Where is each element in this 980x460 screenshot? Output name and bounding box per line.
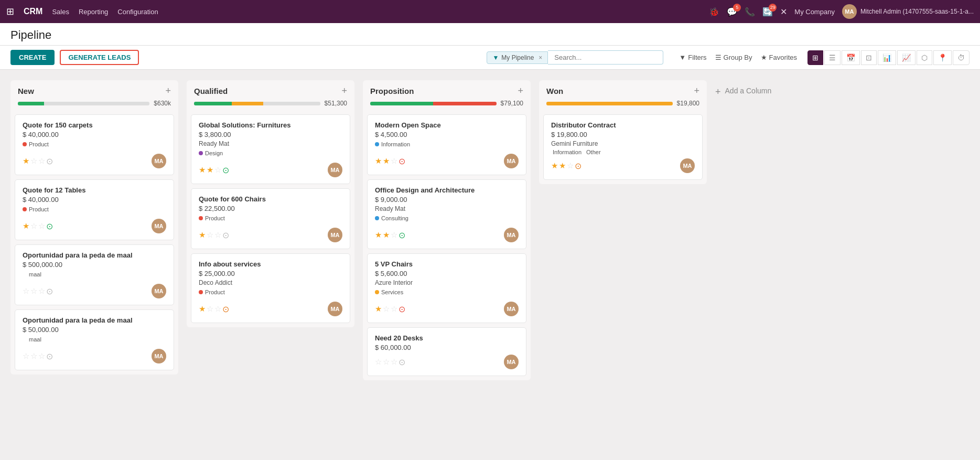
close-icon[interactable]: ✕: [780, 7, 787, 17]
view-kanban[interactable]: ⊞: [807, 50, 823, 65]
star-2: ☆: [207, 304, 213, 314]
card-amount: $ 9,000.00: [375, 196, 519, 204]
card-avatar: MA: [152, 349, 166, 363]
kanban-board: New + $630k Quote for 150 carpets $ 40,0…: [0, 70, 980, 451]
card-title: Quote for 150 carpets: [23, 121, 166, 129]
refresh-icon[interactable]: 🔄 29: [762, 7, 773, 17]
kanban-card[interactable]: Office Design and Architecture $ 9,000.0…: [367, 179, 526, 249]
star-1: ★: [375, 304, 382, 314]
kanban-card[interactable]: Oportunidad para la peda de maal $ 50,00…: [15, 309, 174, 370]
column-title-proposition: Proposition: [370, 87, 414, 95]
star-3: ☆: [391, 304, 397, 314]
view-list[interactable]: ☰: [824, 50, 841, 65]
tag-dot: [23, 142, 27, 146]
kanban-card[interactable]: Oportunidad para la peda de maal $ 500,0…: [15, 244, 174, 305]
user-name: Mitchell Admin (14707555-saas-15-1-a...: [860, 8, 974, 15]
star-1: ☆: [375, 357, 382, 367]
card-tag: Information: [375, 141, 410, 147]
column-add-won[interactable]: +: [694, 85, 699, 97]
status-icon[interactable]: ⊙: [46, 156, 53, 166]
tag-dot: [375, 290, 379, 294]
status-icon[interactable]: ⊙: [222, 165, 229, 175]
kanban-card[interactable]: Quote for 12 Tables $ 40,000.00 Product …: [15, 179, 174, 240]
kanban-card[interactable]: Need 20 Desks $ 60,000.00 ☆☆☆⊙ MA: [367, 327, 526, 376]
card-stars: ☆☆☆⊙: [23, 286, 53, 296]
add-column-label: Add a Column: [725, 87, 772, 95]
view-pivot[interactable]: ⬡: [917, 50, 932, 65]
status-icon[interactable]: ⊙: [46, 351, 53, 361]
status-icon[interactable]: ⊙: [399, 304, 405, 314]
card-footer: ☆☆☆⊙ MA: [23, 284, 166, 298]
card-amount: $ 19,800.00: [551, 131, 695, 138]
groupby-icon: ☰: [715, 54, 721, 61]
groupby-button[interactable]: ☰ Group By: [715, 54, 752, 61]
kanban-column-won: Won + $19,800 Distributor Contract $ 19,…: [539, 80, 707, 184]
card-stars: ★☆☆⊙: [199, 304, 229, 314]
menu-configuration[interactable]: Configuration: [117, 8, 158, 16]
star-3: ☆: [38, 156, 45, 166]
menu-sales[interactable]: Sales: [52, 8, 69, 16]
view-grid[interactable]: ⊡: [861, 50, 877, 65]
filter-remove-icon[interactable]: ×: [539, 54, 542, 61]
generate-leads-button[interactable]: GENERATE LEADS: [60, 50, 139, 65]
status-icon[interactable]: ⊙: [222, 230, 229, 240]
filter-pill[interactable]: ▼ My Pipeline ×: [487, 51, 548, 64]
kanban-card[interactable]: Quote for 600 Chairs $ 22,500.00 Product…: [191, 188, 350, 249]
bug-icon[interactable]: 🐞: [709, 7, 719, 17]
column-add-qualified[interactable]: +: [341, 85, 347, 97]
add-column-button[interactable]: + Add a Column: [715, 80, 820, 98]
status-icon[interactable]: ⊙: [46, 286, 53, 296]
progress-area-qualified: $51,300: [187, 100, 354, 110]
kanban-card[interactable]: Distributor Contract $ 19,800.00 Gemini …: [543, 114, 703, 180]
kanban-card[interactable]: Global Solutions: Furnitures $ 3,800.00 …: [191, 114, 350, 184]
card-footer: ★★☆⊙ MA: [199, 163, 342, 177]
card-footer: ☆☆☆⊙ MA: [375, 355, 519, 369]
status-icon[interactable]: ⊙: [222, 304, 229, 314]
card-footer: ★☆☆⊙ MA: [23, 219, 166, 233]
card-title: Need 20 Desks: [375, 334, 519, 342]
star-3: ☆: [214, 165, 221, 175]
card-amount: $ 25,000.00: [199, 270, 342, 277]
card-amount: $ 500,000.00: [23, 261, 166, 269]
status-icon[interactable]: ⊙: [399, 357, 405, 367]
user-menu[interactable]: MA Mitchell Admin (14707555-saas-15-1-a.…: [842, 4, 974, 19]
favorites-button[interactable]: ★ Favorites: [761, 54, 797, 61]
view-map[interactable]: 📍: [933, 50, 952, 65]
kanban-card[interactable]: Info about services $ 25,000.00 Deco Add…: [191, 253, 350, 323]
card-title: Info about services: [199, 260, 342, 268]
view-line-chart[interactable]: 📈: [897, 50, 916, 65]
card-avatar: MA: [328, 228, 342, 242]
card-tag: Information: [551, 149, 581, 155]
view-bar-chart[interactable]: 📊: [878, 50, 896, 65]
search-input[interactable]: [548, 50, 663, 65]
chat-icon[interactable]: 💬 5: [727, 7, 737, 17]
view-activity[interactable]: ⏱: [953, 50, 970, 65]
progress-seg: [44, 102, 149, 105]
phone-icon[interactable]: 📞: [745, 7, 755, 17]
view-calendar[interactable]: 📅: [842, 50, 860, 65]
status-icon[interactable]: ⊙: [399, 230, 405, 240]
kanban-card[interactable]: 5 VP Chairs $ 5,600.00 Azure Interior Se…: [367, 253, 526, 323]
card-amount: $ 40,000.00: [23, 131, 166, 138]
card-stars: ★☆☆⊙: [199, 230, 229, 240]
card-company: Gemini Furniture: [551, 140, 695, 147]
user-avatar: MA: [842, 4, 857, 19]
card-tag: Product: [199, 215, 225, 221]
star-2: ☆: [207, 230, 213, 240]
grid-icon[interactable]: ⊞: [6, 6, 14, 17]
card-tag: Product: [23, 206, 49, 212]
kanban-card[interactable]: Modern Open Space $ 4,500.00 Information…: [367, 114, 526, 175]
status-icon[interactable]: ⊙: [46, 221, 53, 231]
progress-area-new: $630k: [10, 100, 178, 110]
card-tag: maal: [23, 336, 41, 343]
column-add-proposition[interactable]: +: [518, 85, 523, 97]
create-button[interactable]: CREATE: [10, 50, 55, 65]
filters-button[interactable]: ▼ Filters: [679, 54, 706, 61]
status-icon[interactable]: ⊙: [575, 161, 581, 171]
card-amount: $ 40,000.00: [23, 196, 166, 204]
menu-reporting[interactable]: Reporting: [79, 8, 108, 16]
card-amount: $ 5,600.00: [375, 270, 519, 277]
kanban-card[interactable]: Quote for 150 carpets $ 40,000.00 Produc…: [15, 114, 174, 175]
status-icon[interactable]: ⊙: [399, 156, 405, 166]
column-add-new[interactable]: +: [165, 85, 171, 97]
